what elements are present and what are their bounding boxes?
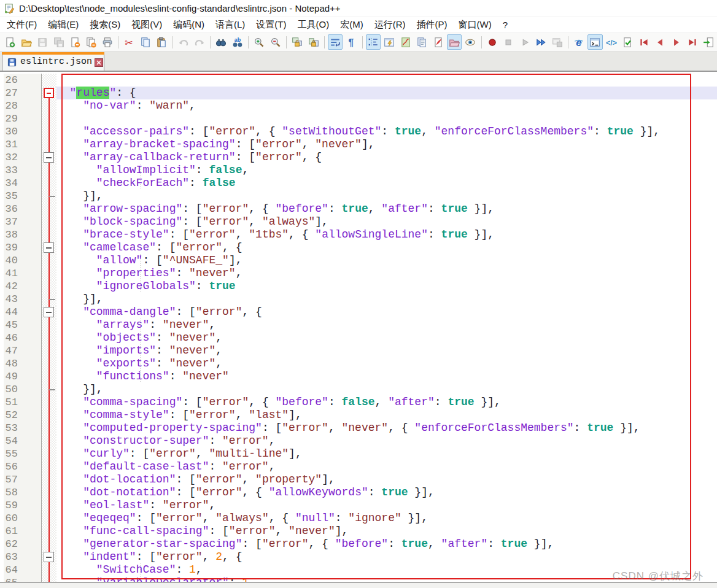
save-all-button[interactable] <box>51 34 66 50</box>
code-line-text[interactable]: "arrays": "never", <box>56 319 717 331</box>
code-line-text[interactable]: "ignoreGlobals": true <box>56 280 717 293</box>
code-line-text[interactable]: "indent": ["error", 2, { <box>56 551 717 563</box>
xml-tag-button[interactable]: </> <box>604 34 619 50</box>
fold-collapse-marker[interactable] <box>44 152 54 163</box>
fold-collapse-marker[interactable] <box>44 307 54 317</box>
code-editor[interactable]: 2627 "rules": {28 "no-var": "warn",2930 … <box>0 72 717 582</box>
redo-button[interactable] <box>192 34 207 50</box>
code-line-text[interactable]: "imports": "never", <box>56 344 717 357</box>
sync-vertical-button[interactable] <box>290 34 304 50</box>
menu-item-5[interactable]: 编码(N) <box>168 18 210 32</box>
menu-item-2[interactable]: 编辑(E) <box>42 18 84 32</box>
code-line-text[interactable]: "no-var": "warn", <box>56 99 717 112</box>
code-line-text[interactable]: "dot-location": ["error", "property"], <box>56 473 717 486</box>
code-line-text[interactable] <box>56 112 717 125</box>
code-line-text[interactable]: "func-call-spacing": ["error", "never"], <box>56 525 717 538</box>
print-button[interactable] <box>100 34 115 50</box>
code-line-text[interactable]: "dot-notation": ["error", { "allowKeywor… <box>56 486 717 499</box>
zoom-in-button[interactable] <box>252 34 266 50</box>
document-map-button[interactable] <box>398 34 413 50</box>
code-line-text[interactable]: "VariableDeclarator": 1 <box>56 576 717 582</box>
menu-item-11[interactable]: 插件(P) <box>411 18 452 32</box>
console-button[interactable] <box>587 34 602 50</box>
code-line-text[interactable]: "accessor-pairs": ["error", { "setWithou… <box>56 125 717 138</box>
code-line-text[interactable]: "checkForEach": false <box>56 177 717 190</box>
code-line-text[interactable]: "rules": { <box>56 87 717 99</box>
close-file-button[interactable] <box>68 34 82 50</box>
code-line-text[interactable]: "default-case-last": "error", <box>56 460 717 473</box>
fold-collapse-marker[interactable] <box>44 242 54 253</box>
copy-button[interactable] <box>138 34 152 50</box>
sync-horizontal-button[interactable] <box>306 34 320 50</box>
code-line-text[interactable] <box>56 74 717 87</box>
tab-close-button[interactable] <box>95 58 103 67</box>
nav-next-button[interactable] <box>669 34 683 50</box>
code-line-text[interactable]: "objects": "never", <box>56 331 717 344</box>
save-button[interactable] <box>35 34 50 50</box>
function-list-button[interactable] <box>382 34 397 50</box>
cut-button[interactable]: ✂ <box>122 34 136 50</box>
macro-save-button[interactable] <box>549 34 564 50</box>
code-line-text[interactable]: }], <box>56 293 717 306</box>
doc-validate-button[interactable] <box>620 34 635 50</box>
nav-prev-button[interactable] <box>653 34 667 50</box>
document-peeker-button[interactable] <box>430 34 445 50</box>
indent-guide-button[interactable] <box>366 34 381 50</box>
fold-collapse-marker-active[interactable] <box>44 88 54 98</box>
menu-item-12[interactable]: 窗口(W) <box>452 18 497 32</box>
new-file-button[interactable] <box>2 34 17 50</box>
macro-run-multiple-button[interactable] <box>533 34 548 50</box>
macro-record-button[interactable] <box>485 34 500 50</box>
code-line-text[interactable]: "allowImplicit": false, <box>56 164 717 177</box>
tab-eslintrc-json[interactable]: eslintrc.json <box>2 52 104 71</box>
menu-item-6[interactable]: 语言(L) <box>210 18 250 32</box>
menu-item-10[interactable]: 运行(R) <box>369 18 411 32</box>
macro-play-button[interactable] <box>517 34 532 50</box>
paste-button[interactable] <box>154 34 169 50</box>
open-file-button[interactable] <box>18 34 33 50</box>
code-line-text[interactable]: "eol-last": "error", <box>56 499 717 512</box>
import-doc-button[interactable] <box>701 34 716 50</box>
replace-button[interactable]: ab <box>230 34 245 50</box>
code-line-text[interactable]: "comma-spacing": ["error", { "before": f… <box>56 396 717 409</box>
code-line-text[interactable]: "camelcase": ["error", { <box>56 241 717 254</box>
menu-item-1[interactable]: 文件(F) <box>1 18 42 32</box>
menu-item-7[interactable]: 设置(T) <box>250 18 292 32</box>
code-line-text[interactable]: "SwitchCase": 1, <box>56 563 717 576</box>
code-line-text[interactable]: }], <box>56 190 717 203</box>
code-line-text[interactable]: "properties": "never", <box>56 267 717 280</box>
code-line-text[interactable]: "array-callback-return": ["error", { <box>56 151 717 164</box>
code-line-text[interactable]: "arrow-spacing": ["error", { "before": t… <box>56 203 717 215</box>
menu-item-13[interactable]: ? <box>497 18 513 31</box>
undo-button[interactable] <box>176 34 190 50</box>
word-wrap-button[interactable] <box>328 34 343 50</box>
menu-item-4[interactable]: 视图(V) <box>126 18 168 32</box>
nav-first-button[interactable] <box>636 34 651 50</box>
browser-preview-button[interactable]: e <box>572 34 586 50</box>
code-line-text[interactable]: "functions": "never" <box>56 370 717 383</box>
code-line-text[interactable]: "comma-dangle": ["error", { <box>56 306 717 319</box>
code-line-text[interactable]: "constructor-super": "error", <box>56 435 717 447</box>
code-line-text[interactable]: "computed-property-spacing": ["error", "… <box>56 422 717 435</box>
code-line-text[interactable]: }], <box>56 383 717 396</box>
code-line-text[interactable]: "curly": ["error", "multi-line"], <box>56 447 717 460</box>
find-button[interactable] <box>214 34 228 50</box>
code-line-text[interactable]: "brace-style": ["error", "1tbs", { "allo… <box>56 228 717 241</box>
nav-last-button[interactable] <box>685 34 700 50</box>
code-line-text[interactable]: "allow": ["^UNSAFE_"], <box>56 254 717 267</box>
horizontal-scrollbar[interactable] <box>0 582 717 588</box>
menu-item-3[interactable]: 搜索(S) <box>84 18 126 32</box>
macro-stop-button[interactable] <box>501 34 516 50</box>
show-all-characters-button[interactable]: ¶ <box>344 34 358 50</box>
folder-as-workspace-button[interactable] <box>447 34 462 50</box>
zoom-out-button[interactable] <box>268 34 282 50</box>
code-line-text[interactable]: "array-bracket-spacing": ["error", "neve… <box>56 138 717 151</box>
code-line-text[interactable]: "exports": "never", <box>56 357 717 370</box>
menu-item-9[interactable]: 宏(M) <box>335 18 369 32</box>
code-line-text[interactable]: "eqeqeq": ["error", "always", { "null": … <box>56 512 717 525</box>
code-line-text[interactable]: "block-spacing": ["error", "always"], <box>56 215 717 228</box>
code-line-text[interactable]: "comma-style": ["error", "last"], <box>56 409 717 422</box>
menu-item-8[interactable]: 工具(O) <box>292 18 335 32</box>
code-line-text[interactable]: "generator-star-spacing": ["error", { "b… <box>56 538 717 551</box>
fold-collapse-marker[interactable] <box>44 552 54 562</box>
